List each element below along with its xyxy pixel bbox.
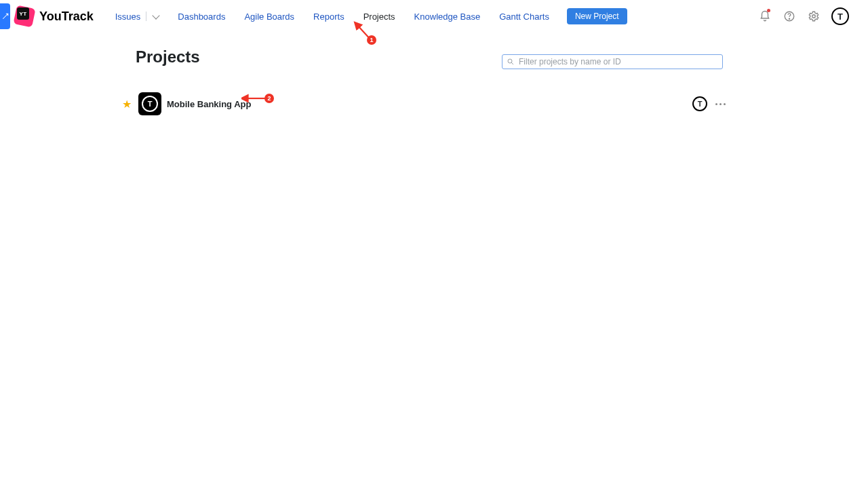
brand-logo[interactable]: YT YouTrack xyxy=(15,7,94,26)
project-row: ★ T Mobile Banking App T xyxy=(122,92,726,115)
user-avatar[interactable]: T xyxy=(831,7,849,25)
project-link[interactable]: Mobile Banking App xyxy=(167,99,251,109)
svg-point-3 xyxy=(508,59,512,63)
nav-gantt-charts[interactable]: Gantt Charts xyxy=(490,7,559,26)
project-more-button[interactable] xyxy=(715,103,726,105)
main-content: Projects ★ T Mobile Banking App T xyxy=(136,47,726,115)
nav-dashboards[interactable]: Dashboards xyxy=(168,7,235,26)
nav-issues[interactable]: Issues xyxy=(106,7,169,26)
search-input[interactable] xyxy=(519,57,718,66)
brand-name: YouTrack xyxy=(39,9,94,24)
settings-button[interactable] xyxy=(807,9,821,23)
page-title: Projects xyxy=(136,47,200,66)
app-header: YT YouTrack Issues Dashboards Agile Boar… xyxy=(0,0,868,33)
notification-dot-icon xyxy=(767,9,770,12)
logo-icon: YT xyxy=(15,7,34,26)
nav-knowledge-base[interactable]: Knowledge Base xyxy=(405,7,490,26)
project-owner-avatar[interactable]: T xyxy=(692,96,707,111)
nav-reports[interactable]: Reports xyxy=(304,7,354,26)
notifications-button[interactable] xyxy=(758,9,772,23)
svg-point-1 xyxy=(789,18,789,19)
nav-projects[interactable]: Projects xyxy=(354,7,405,26)
header-actions: T xyxy=(758,7,868,25)
project-avatar: T xyxy=(138,92,161,115)
favorite-star-icon[interactable]: ★ xyxy=(122,98,132,111)
chevron-down-icon xyxy=(153,12,160,19)
new-project-button[interactable]: New Project xyxy=(567,8,627,24)
nav-agile-boards[interactable]: Agile Boards xyxy=(235,7,304,26)
annotation-badge-1: 1 xyxy=(367,35,376,45)
svg-point-2 xyxy=(812,15,816,18)
search-icon xyxy=(507,58,515,66)
help-button[interactable] xyxy=(783,9,796,23)
main-nav: Issues Dashboards Agile Boards Reports P… xyxy=(106,7,758,26)
project-filter[interactable] xyxy=(502,54,723,69)
